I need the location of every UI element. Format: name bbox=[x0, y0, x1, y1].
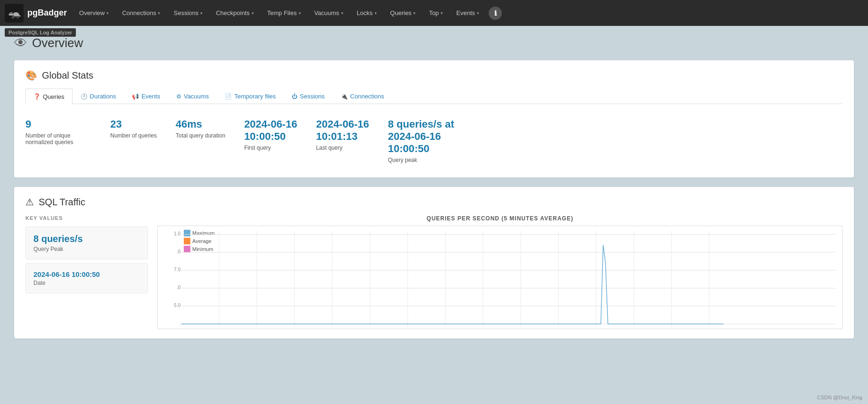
stat-total-duration: 46ms Total query duration bbox=[176, 118, 225, 163]
stat-num-queries: 23 Number of queries bbox=[110, 118, 157, 163]
key-value-date-main: 2024-06-16 10:00:50 bbox=[33, 270, 140, 278]
stat-query-peak-value: 8 queries/s at 2024-06-16 10:00:50 bbox=[388, 118, 454, 155]
brand-name: pgBadger bbox=[27, 8, 67, 18]
stat-first-query-label: First query bbox=[244, 145, 297, 151]
chart-container: QUERIES PER SECOND (5 MINUTES AVERAGE) M… bbox=[157, 215, 843, 329]
stat-query-peak: 8 queries/s at 2024-06-16 10:00:50 Query… bbox=[388, 118, 454, 163]
nav-item-locks[interactable]: Locks ▾ bbox=[351, 6, 383, 20]
stat-last-query-label: Last query bbox=[316, 145, 369, 151]
stat-unique-queries: 9 Number of unique normalized queries bbox=[25, 118, 91, 163]
main-content: 👁 Overview 🎨 Global Stats ❓ Queries 🕐 Du… bbox=[0, 26, 868, 357]
tab-sessions[interactable]: ⏻ Sessions bbox=[284, 89, 333, 104]
global-stats-title: 🎨 Global Stats bbox=[25, 70, 843, 81]
key-values-title: KEY VALUES bbox=[25, 215, 148, 221]
key-value-date: 2024-06-16 10:00:50 Date bbox=[25, 263, 148, 293]
stat-query-peak-label: Query peak bbox=[388, 157, 454, 163]
key-value-query-peak-sub: Query Peak bbox=[33, 246, 140, 252]
tab-connections[interactable]: 🔌 Connections bbox=[333, 89, 392, 104]
megaphone-icon: 📢 bbox=[132, 93, 139, 100]
nav-item-checkpoints[interactable]: Checkpoints ▾ bbox=[210, 6, 260, 20]
stat-first-query: 2024-06-16 10:00:50 First query bbox=[244, 118, 297, 163]
svg-text:7.0: 7.0 bbox=[174, 267, 180, 272]
global-stats-tabs: ❓ Queries 🕐 Durations 📢 Events ⚙ Vacuums… bbox=[25, 89, 843, 104]
chevron-down-icon: ▾ bbox=[375, 11, 377, 16]
question-icon: ❓ bbox=[33, 93, 41, 100]
tab-temp-files[interactable]: 📄 Temporary files bbox=[217, 89, 284, 104]
stat-unique-queries-label: Number of unique normalized queries bbox=[25, 132, 91, 145]
nav-item-top[interactable]: Top ▾ bbox=[423, 6, 449, 20]
stat-unique-queries-value: 9 bbox=[25, 118, 91, 130]
chevron-down-icon: ▾ bbox=[158, 11, 160, 16]
chevron-down-icon: ▾ bbox=[477, 11, 479, 16]
chart-svg: 1.0 .0 7.0 .0 5.0 . bbox=[158, 226, 842, 329]
stats-grid: 9 Number of unique normalized queries 23… bbox=[25, 113, 843, 168]
chevron-down-icon: ▾ bbox=[413, 11, 416, 16]
nav-item-overview[interactable]: Overview ▾ bbox=[74, 6, 115, 20]
sql-traffic-card: ⚠ SQL Traffic KEY VALUES 8 queries/s Que… bbox=[14, 187, 854, 339]
chevron-down-icon: ▾ bbox=[106, 11, 109, 16]
svg-text:1.0: 1.0 bbox=[174, 231, 180, 236]
nav-item-events[interactable]: Events ▾ bbox=[450, 6, 485, 20]
chevron-down-icon: ▾ bbox=[252, 11, 254, 16]
nav-item-queries[interactable]: Queries ▾ bbox=[385, 6, 422, 20]
plug-icon: 🔌 bbox=[341, 93, 348, 100]
svg-text:.: . bbox=[179, 321, 180, 326]
page-title: 👁 Overview bbox=[14, 35, 854, 51]
brand[interactable]: 🦡 pgBadger PostgreSQL Log Analyzer bbox=[5, 4, 67, 23]
stat-first-query-value: 2024-06-16 10:00:50 bbox=[244, 118, 297, 143]
global-stats-card: 🎨 Global Stats ❓ Queries 🕐 Durations 📢 E… bbox=[14, 60, 854, 178]
stat-total-duration-label: Total query duration bbox=[176, 132, 225, 139]
chevron-down-icon: ▾ bbox=[441, 11, 443, 16]
chevron-down-icon: ▾ bbox=[299, 11, 301, 16]
tab-durations[interactable]: 🕐 Durations bbox=[73, 89, 124, 104]
nav-item-sessions[interactable]: Sessions ▾ bbox=[168, 6, 208, 20]
nav-item-vacuums[interactable]: Vacuums ▾ bbox=[309, 6, 349, 20]
stat-last-query-value: 2024-06-16 10:01:13 bbox=[316, 118, 369, 143]
chart-area: Maximum Average Minimum bbox=[157, 226, 843, 329]
warning-icon: ⚠ bbox=[25, 196, 34, 208]
clock-icon: 🕐 bbox=[81, 93, 88, 100]
key-values-box: KEY VALUES 8 queries/s Query Peak 2024-0… bbox=[25, 215, 148, 297]
key-value-query-peak: 8 queries/s Query Peak bbox=[25, 226, 148, 259]
power-icon: ⏻ bbox=[292, 93, 297, 100]
brand-tooltip: PostgreSQL Log Analyzer bbox=[5, 28, 76, 37]
tab-events[interactable]: 📢 Events bbox=[124, 89, 168, 104]
key-value-query-peak-main: 8 queries/s bbox=[33, 234, 140, 244]
stat-last-query: 2024-06-16 10:01:13 Last query bbox=[316, 118, 369, 163]
info-button[interactable]: ℹ bbox=[489, 7, 502, 20]
palette-icon: 🎨 bbox=[25, 70, 37, 81]
svg-text:5.0: 5.0 bbox=[174, 303, 180, 308]
tab-queries[interactable]: ❓ Queries bbox=[25, 89, 73, 104]
nav-item-connections[interactable]: Connections ▾ bbox=[116, 6, 166, 20]
eye-icon: 👁 bbox=[14, 35, 27, 51]
chevron-down-icon: ▾ bbox=[200, 11, 203, 16]
key-value-date-sub: Date bbox=[33, 280, 140, 286]
stat-total-duration-value: 46ms bbox=[176, 118, 225, 130]
tab-vacuums[interactable]: ⚙ Vacuums bbox=[168, 89, 217, 104]
svg-text:.0: .0 bbox=[177, 285, 181, 290]
stat-num-queries-value: 23 bbox=[110, 118, 157, 130]
nav-item-temp-files[interactable]: Temp Files ▾ bbox=[262, 6, 307, 20]
stat-num-queries-label: Number of queries bbox=[110, 132, 157, 139]
chart-title: QUERIES PER SECOND (5 MINUTES AVERAGE) bbox=[157, 215, 843, 222]
navbar: 🦡 pgBadger PostgreSQL Log Analyzer Overv… bbox=[0, 0, 868, 26]
svg-text:.0: .0 bbox=[177, 249, 181, 254]
sql-traffic-title: ⚠ SQL Traffic bbox=[25, 196, 843, 208]
sql-traffic-inner: KEY VALUES 8 queries/s Query Peak 2024-0… bbox=[25, 215, 843, 329]
gear-icon: ⚙ bbox=[176, 93, 181, 100]
file-icon: 📄 bbox=[225, 93, 232, 100]
chevron-down-icon: ▾ bbox=[341, 11, 344, 16]
brand-logo: 🦡 bbox=[5, 4, 24, 23]
